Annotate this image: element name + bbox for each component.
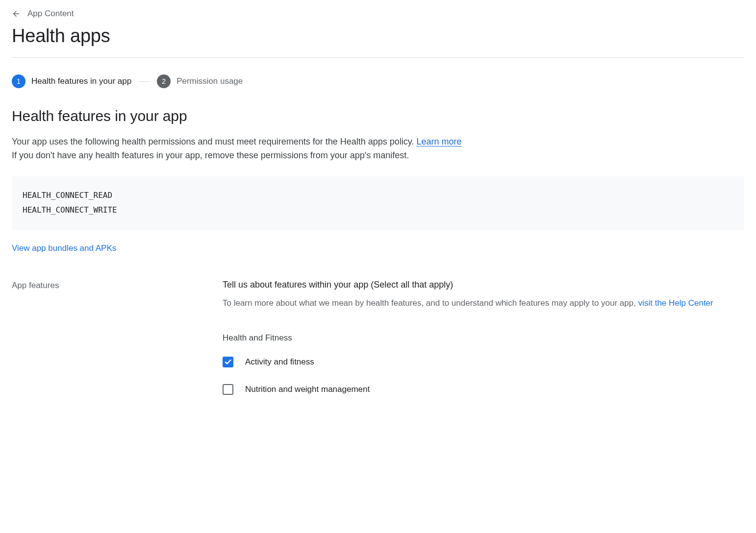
intro-line-1: Your app uses the following health permi… xyxy=(12,137,414,146)
step-permission-usage[interactable]: 2 Permission usage xyxy=(157,74,243,88)
stepper: 1 Health features in your app 2 Permissi… xyxy=(12,74,744,88)
checkbox-label: Activity and fitness xyxy=(245,357,314,367)
learn-more-link[interactable]: Learn more xyxy=(416,137,461,146)
checkbox-activity-and-fitness[interactable]: Activity and fitness xyxy=(223,357,744,367)
feature-group-title: Health and Fitness xyxy=(223,333,744,343)
page-title: Health apps xyxy=(12,25,744,47)
checkbox-icon xyxy=(223,357,233,367)
checkbox-icon xyxy=(223,384,233,395)
permissions-list: HEALTH_CONNECT_READ HEALTH_CONNECT_WRITE xyxy=(12,176,744,230)
divider xyxy=(12,57,744,58)
breadcrumb-label: App Content xyxy=(27,9,74,19)
features-help-text: To learn more about what we mean by heal… xyxy=(223,297,744,310)
intro-line-2: If you don't have any health features in… xyxy=(12,150,409,160)
section-title: Health features in your app xyxy=(12,108,744,124)
checkbox-label: Nutrition and weight management xyxy=(245,385,370,394)
help-center-link[interactable]: visit the Help Center xyxy=(638,298,713,308)
permission-item: HEALTH_CONNECT_WRITE xyxy=(23,205,117,215)
view-bundles-link[interactable]: View app bundles and APKs xyxy=(12,243,116,253)
arrow-left-icon xyxy=(12,9,21,18)
breadcrumb-back[interactable]: App Content xyxy=(12,9,744,19)
app-features-row-label: App features xyxy=(12,280,223,291)
checkbox-nutrition-weight[interactable]: Nutrition and weight management xyxy=(223,384,744,395)
step-number-badge: 2 xyxy=(157,74,171,88)
step-label: Health features in your app xyxy=(31,76,131,86)
features-prompt: Tell us about features within your app (… xyxy=(223,280,744,290)
step-connector xyxy=(138,81,150,82)
step-number-badge: 1 xyxy=(12,74,25,88)
permission-item: HEALTH_CONNECT_READ xyxy=(23,191,112,200)
intro-text: Your app uses the following health permi… xyxy=(12,135,744,163)
step-health-features[interactable]: 1 Health features in your app xyxy=(12,74,131,88)
step-label: Permission usage xyxy=(176,76,243,86)
